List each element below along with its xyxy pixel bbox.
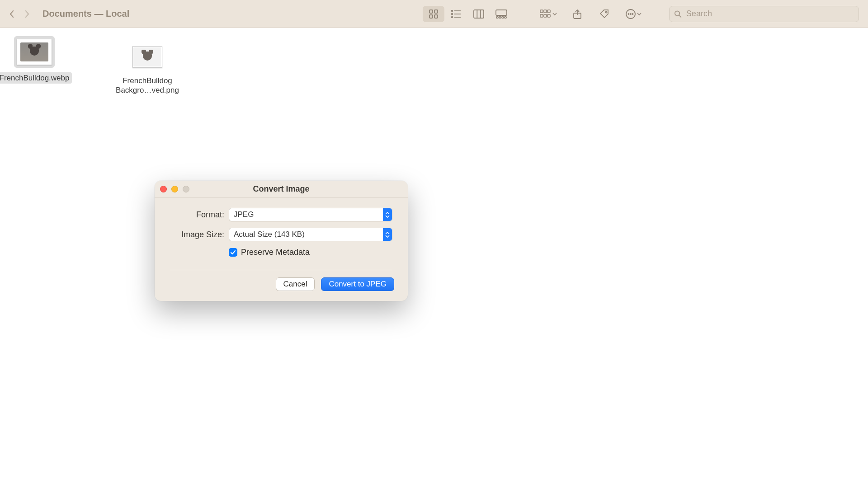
view-mode-group <box>422 6 513 22</box>
select-stepper-icon <box>383 208 392 221</box>
file-item[interactable]: FrenchBulldog.webp <box>0 36 75 84</box>
svg-rect-2 <box>429 15 433 18</box>
preserve-metadata-label: Preserve Metadata <box>241 248 310 257</box>
svg-rect-13 <box>496 10 507 15</box>
convert-image-dialog: Convert Image Format: JPEG Image Size: A… <box>155 181 408 301</box>
search-icon <box>674 10 682 18</box>
svg-rect-3 <box>434 15 438 18</box>
format-select[interactable]: JPEG <box>229 208 392 221</box>
convert-button[interactable]: Convert to JPEG <box>321 277 394 291</box>
column-view-button[interactable] <box>468 6 490 22</box>
search-input[interactable] <box>685 9 854 19</box>
svg-point-29 <box>630 14 631 14</box>
svg-point-8 <box>452 16 453 18</box>
icon-view-button[interactable] <box>423 6 444 22</box>
svg-rect-15 <box>499 17 501 18</box>
svg-line-32 <box>679 15 681 17</box>
chevron-down-icon <box>552 12 557 16</box>
svg-rect-0 <box>429 10 433 13</box>
svg-rect-18 <box>540 10 543 13</box>
svg-rect-23 <box>547 14 550 17</box>
image-size-select[interactable]: Actual Size (143 KB) <box>229 228 392 241</box>
svg-rect-21 <box>540 14 543 17</box>
gallery-view-button[interactable] <box>491 6 512 22</box>
checkmark-icon <box>230 249 236 255</box>
window-minimize-button[interactable] <box>171 186 178 192</box>
chevron-down-icon <box>637 12 642 16</box>
svg-point-26 <box>605 11 607 13</box>
svg-rect-16 <box>502 17 504 18</box>
svg-point-4 <box>452 10 453 11</box>
format-label: Format: <box>170 210 224 220</box>
file-grid: FrenchBulldog.webp FrenchBulldog Backgro… <box>0 28 868 104</box>
svg-point-30 <box>632 14 633 14</box>
svg-point-28 <box>628 14 629 14</box>
finder-toolbar: Documents — Local <box>0 0 868 28</box>
svg-rect-10 <box>474 10 484 18</box>
back-button[interactable] <box>8 9 15 19</box>
cancel-button[interactable]: Cancel <box>276 277 315 291</box>
svg-rect-19 <box>544 10 547 13</box>
group-by-button[interactable] <box>536 6 561 22</box>
image-size-label: Image Size: <box>170 230 224 239</box>
dialog-titlebar: Convert Image <box>155 181 408 198</box>
svg-rect-17 <box>505 17 506 18</box>
file-name-label: FrenchBulldog.webp <box>0 72 72 84</box>
dialog-title: Convert Image <box>253 184 309 194</box>
svg-rect-20 <box>547 10 550 13</box>
image-size-value: Actual Size (143 KB) <box>234 230 305 239</box>
format-value: JPEG <box>234 210 254 219</box>
window-close-button[interactable] <box>160 186 167 192</box>
svg-rect-22 <box>544 14 547 17</box>
svg-rect-1 <box>434 10 438 13</box>
file-name-label: FrenchBulldog Backgro…ved.png <box>109 75 186 96</box>
tags-button[interactable] <box>594 6 615 22</box>
svg-point-31 <box>675 11 679 15</box>
file-item[interactable]: FrenchBulldog Backgro…ved.png <box>107 36 188 96</box>
forward-button[interactable] <box>24 9 31 19</box>
preserve-metadata-checkbox[interactable] <box>229 248 237 257</box>
svg-rect-14 <box>496 17 498 18</box>
select-stepper-icon <box>383 228 392 241</box>
svg-point-6 <box>452 13 453 14</box>
more-actions-button[interactable] <box>621 6 646 22</box>
list-view-button[interactable] <box>445 6 467 22</box>
window-zoom-button <box>183 186 189 192</box>
share-button[interactable] <box>566 6 588 22</box>
search-field[interactable] <box>669 6 859 22</box>
window-title: Documents — Local <box>42 9 129 19</box>
